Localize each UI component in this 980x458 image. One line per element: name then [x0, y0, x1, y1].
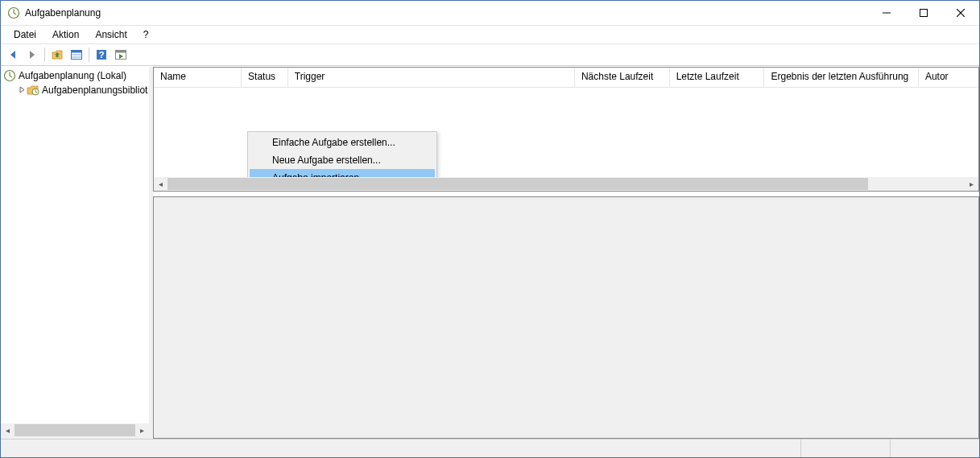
tree-library-label: Aufgabenplanungsbibliot: [42, 85, 147, 96]
scroll-left-icon[interactable]: ◂: [1, 423, 14, 437]
tree-library[interactable]: Aufgabenplanungsbibliot: [1, 83, 149, 97]
cm-import-task[interactable]: Aufgabe importieren...: [250, 169, 435, 177]
menu-view[interactable]: Ansicht: [87, 27, 134, 42]
forward-button[interactable]: [23, 46, 41, 64]
tree-root-label: Aufgabenplanung (Lokal): [19, 70, 126, 81]
tree[interactable]: Aufgabenplanung (Lokal) Aufga: [1, 67, 149, 423]
folder-clock-icon: [27, 84, 39, 97]
context-menu: Einfache Aufgabe erstellen... Neue Aufga…: [247, 131, 437, 177]
svg-rect-14: [116, 51, 126, 53]
column-headers: Name Status Trigger Nächste Laufzeit Let…: [154, 68, 978, 88]
svg-rect-4: [920, 10, 928, 17]
cm-create-basic-task[interactable]: Einfache Aufgabe erstellen...: [250, 134, 435, 151]
detail-panel: [153, 196, 979, 439]
menubar: Datei Aktion Ansicht ?: [1, 26, 979, 44]
col-author[interactable]: Autor: [919, 68, 978, 87]
status-main: [1, 439, 800, 457]
col-status[interactable]: Status: [242, 68, 288, 87]
clock-icon: [3, 69, 16, 82]
col-last-run[interactable]: Letzte Laufzeit: [670, 68, 765, 87]
task-list-panel: Name Status Trigger Nächste Laufzeit Let…: [153, 67, 979, 192]
help-button[interactable]: ?: [93, 46, 110, 64]
statusbar: [1, 439, 979, 457]
menu-help[interactable]: ?: [135, 27, 157, 42]
status-seg-2: [800, 439, 890, 457]
tree-panel: Aufgabenplanung (Lokal) Aufga: [1, 67, 151, 439]
window-title: Aufgabenplanung: [25, 7, 868, 19]
up-button[interactable]: [48, 46, 66, 64]
col-last-result[interactable]: Ergebnis der letzten Ausführung: [764, 68, 918, 87]
minimize-button[interactable]: [868, 1, 905, 25]
main-area: Aufgabenplanung (Lokal) Aufga: [1, 66, 979, 439]
scroll-thumb[interactable]: [167, 178, 868, 190]
col-trigger[interactable]: Trigger: [288, 68, 575, 87]
scroll-track[interactable]: [868, 177, 965, 191]
toolbar-sep-2: [89, 47, 89, 62]
scroll-right-icon[interactable]: ▸: [135, 423, 149, 437]
cm-create-task[interactable]: Neue Aufgabe erstellen...: [250, 151, 435, 169]
properties-button[interactable]: [68, 46, 85, 64]
window-controls: [868, 1, 979, 25]
svg-text:?: ?: [99, 50, 105, 60]
status-seg-3: [890, 439, 979, 457]
content-area: Name Status Trigger Nächste Laufzeit Let…: [151, 67, 979, 439]
menu-file[interactable]: Datei: [6, 27, 44, 42]
svg-rect-8: [72, 51, 82, 53]
titlebar: Aufgabenplanung: [1, 1, 979, 26]
toolbar-sep: [44, 47, 45, 62]
scroll-left-icon[interactable]: ◂: [154, 177, 167, 191]
run-task-button[interactable]: [112, 46, 130, 64]
scroll-right-icon[interactable]: ▸: [965, 177, 978, 191]
list-horizontal-scrollbar[interactable]: ◂ ▸: [154, 177, 978, 191]
tree-horizontal-scrollbar[interactable]: ◂ ▸: [1, 423, 149, 437]
toolbar: ?: [1, 44, 979, 66]
app-icon: [7, 6, 20, 19]
col-next-run[interactable]: Nächste Laufzeit: [575, 68, 670, 87]
scroll-thumb[interactable]: [14, 424, 135, 436]
col-name[interactable]: Name: [154, 68, 242, 87]
expand-icon[interactable]: [17, 86, 27, 95]
app-window: Aufgabenplanung Datei Aktion Ansicht ?: [0, 0, 980, 458]
task-list-body[interactable]: Einfache Aufgabe erstellen... Neue Aufga…: [154, 88, 978, 177]
menu-action[interactable]: Aktion: [44, 27, 87, 42]
back-button[interactable]: [4, 46, 22, 64]
maximize-button[interactable]: [905, 1, 942, 25]
close-button[interactable]: [942, 1, 979, 25]
tree-root[interactable]: Aufgabenplanung (Lokal): [1, 68, 149, 83]
